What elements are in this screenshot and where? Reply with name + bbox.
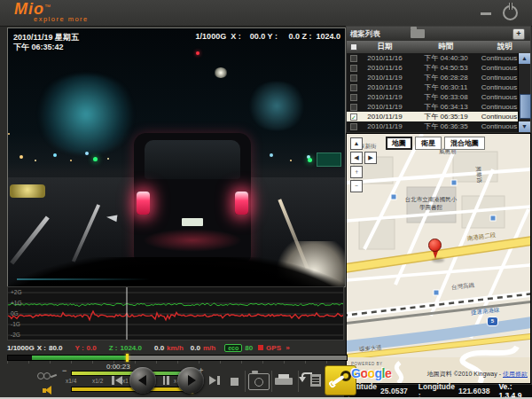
divider	[271, 371, 272, 392]
eco-badge: eco	[224, 344, 242, 352]
pan-up-icon[interactable]: ▲	[350, 137, 363, 150]
terms-link[interactable]: 使用條款	[503, 371, 528, 377]
speaker-icon[interactable]	[43, 386, 55, 395]
progress-bar[interactable]	[7, 355, 348, 361]
y-label: Y :	[75, 344, 84, 352]
export-button[interactable]	[301, 372, 321, 388]
table-row[interactable]: 2010/11/19下午 06:28:28Continuous	[347, 73, 530, 82]
table-row[interactable]: 2010/11/19下午 06:30:11Continuous	[347, 82, 530, 92]
traffic-light-green-2	[308, 158, 312, 162]
scroll-up-icon[interactable]: ▲	[519, 53, 530, 64]
play-backward-button[interactable]	[129, 367, 156, 394]
column-desc[interactable]: 說明	[480, 42, 530, 52]
open-folder-icon[interactable]	[411, 29, 425, 38]
speed-scale-label: x1/4	[66, 378, 76, 384]
latitude-value: 25.0537	[380, 387, 408, 395]
y-value: 0.0	[87, 344, 97, 352]
street-glow-left	[33, 74, 139, 154]
zoom-out-icon[interactable]: －	[350, 180, 363, 192]
overlay-time: 下午 06:35:42	[13, 42, 64, 53]
table-row[interactable]: 2010/11/16下午 04:40:30Continuous	[347, 53, 530, 63]
dashboard-reflection	[17, 278, 150, 280]
map-pan-control: ▲ ◀ ▶ ＋ －	[350, 137, 377, 194]
speed-scale-label: x1/2	[92, 378, 103, 384]
dashboard-silhouette	[7, 257, 346, 287]
power-icon[interactable]	[503, 5, 518, 20]
print-button[interactable]	[275, 374, 293, 387]
next-file-button[interactable]	[207, 374, 222, 387]
map-type-button[interactable]: 混合地圖	[444, 137, 485, 150]
file-list-header: 檔案列表 +	[347, 27, 530, 42]
speed2-value: 0.0	[191, 344, 200, 352]
street-glow-right	[246, 82, 308, 130]
map-pin-icon[interactable]	[426, 239, 442, 262]
gps-icon	[258, 345, 263, 350]
eco-value: 80	[245, 344, 253, 352]
bumper-glow	[143, 229, 242, 252]
zoom-in-icon[interactable]: ＋	[350, 166, 363, 178]
red-signal-dot	[196, 51, 200, 55]
row-checkbox[interactable]: ✓	[350, 113, 357, 121]
route-shield: 5	[487, 317, 498, 326]
row-checkbox[interactable]	[350, 94, 357, 101]
speed-decrease-button[interactable]: −	[62, 366, 66, 375]
map-copyright: 地圖資料 ©2010 Kingway - 使用條款	[427, 370, 528, 379]
speed-unit: km/h	[167, 344, 184, 352]
waveform-canvas	[8, 287, 343, 340]
traffic-light-green	[93, 157, 98, 161]
pause-button[interactable]	[160, 374, 172, 387]
z-label: Z :	[109, 344, 118, 352]
table-row[interactable]: 2010/11/19下午 06:33:08Continuous	[347, 92, 530, 102]
axis-label: -1G	[11, 321, 20, 327]
video-pane[interactable]: 2010/11/19 星期五 下午 06:35:42 1/1000G X : 0…	[7, 27, 346, 287]
add-file-button[interactable]: +	[512, 28, 525, 40]
status-bar: Latitude : 25.0537 Longitude : 121.6038 …	[344, 385, 532, 397]
stop-button[interactable]	[229, 376, 239, 387]
table-row[interactable]: 2010/11/16下午 04:50:53Continuous	[347, 63, 530, 73]
map-type-button[interactable]: 衛星	[415, 137, 442, 150]
table-row[interactable]: ✓2010/11/19下午 06:35:19Continuous	[347, 112, 530, 121]
logo-tm: ™	[44, 4, 51, 10]
readout-prefix: 1/1000G	[7, 344, 35, 352]
snapshot-camera-button[interactable]	[248, 373, 270, 390]
map-label-street2: 興華路	[473, 166, 483, 184]
title-bar: Mio™ explore more	[0, 0, 532, 27]
previous-file-button[interactable]	[110, 374, 124, 387]
play-button[interactable]	[177, 367, 204, 394]
map-label-school: 台北市立南港國民小學圖書館	[403, 196, 458, 212]
row-checkbox[interactable]	[350, 104, 357, 111]
axis-label: +1G	[11, 300, 21, 306]
row-checkbox[interactable]	[350, 84, 357, 91]
scroll-down-icon[interactable]: ▼	[519, 121, 530, 132]
axis-label: -2G	[11, 332, 20, 338]
car-rear-window	[145, 140, 240, 179]
table-row[interactable]: 2010/11/19下午 06:36:35Continuous	[347, 121, 530, 131]
taxi-car	[10, 184, 45, 198]
row-checkbox[interactable]	[350, 123, 357, 130]
city-lights	[8, 133, 10, 135]
progress-lead	[8, 356, 32, 360]
minimize-icon[interactable]	[481, 12, 491, 15]
speed-value: 0.0	[154, 344, 164, 352]
gsensor-graph[interactable]: +2G+1G0G-1G-2G	[7, 286, 344, 340]
table-row[interactable]: 2010/11/19下午 06:34:13Continuous	[347, 102, 530, 112]
google-logo[interactable]: POWERED BY Google	[351, 363, 391, 381]
scrollbar-thumb[interactable]	[520, 94, 531, 119]
column-time[interactable]: 時間	[412, 42, 480, 52]
pan-left-icon[interactable]: ◀	[350, 152, 363, 164]
map-type-button[interactable]: 地圖	[386, 137, 412, 150]
row-checkbox[interactable]	[350, 55, 357, 62]
license-plate	[182, 218, 203, 226]
file-list-title: 檔案列表	[350, 29, 380, 40]
column-date[interactable]: 日期	[357, 42, 412, 52]
map-panel[interactable]: ▲ ◀ ▶ ＋ － 地圖衛星混合地圖 威惠廟 台北市立南港國民小學圖書館 南港路…	[346, 133, 531, 384]
y-axis-trace	[8, 311, 343, 320]
pan-right-icon[interactable]: ▶	[364, 152, 377, 164]
row-checkbox[interactable]	[350, 74, 357, 82]
divider	[245, 371, 246, 392]
file-list-panel: 檔案列表 + 日期 時間 說明 2010/11/16下午 04:40:30Con…	[346, 26, 531, 132]
select-all-checkbox[interactable]	[350, 43, 357, 51]
app-window: Mio™ explore more 2010/	[0, 0, 532, 399]
mio-logo: Mio™ explore more	[14, 1, 89, 23]
row-checkbox[interactable]	[350, 65, 357, 72]
